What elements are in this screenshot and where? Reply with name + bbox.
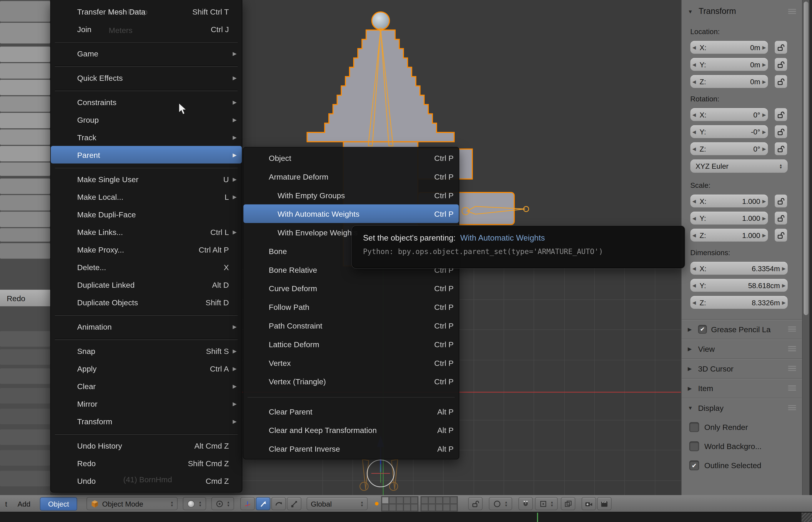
menu-item[interactable]: Duplicate Objects Shift D [51,293,242,311]
menu-item[interactable]: Snap Shift S ▶ [51,342,242,360]
panel-section-header[interactable]: ▶ View [682,339,802,359]
tool-shelf-button[interactable] [0,179,50,194]
dimensions-number-field[interactable]: ◀ Z: 8.3326m ▶ [690,295,788,309]
menu-item[interactable]: Make Single User U ▶ [51,170,242,188]
menu-item[interactable]: Quick Effects ▶ [51,69,242,86]
increment-arrow-icon[interactable]: ▶ [760,112,768,117]
panel-section-header[interactable]: ▶ Grease Pencil La [682,319,802,339]
panel-grip-icon[interactable] [788,385,796,391]
submenu-item[interactable]: Follow Path Ctrl P [244,298,459,316]
decrement-arrow-icon[interactable]: ◀ [690,112,698,117]
proportional-edit-dropdown[interactable]: ▲▼ [489,497,512,510]
panel-grip-icon[interactable] [788,326,796,332]
location-number-field[interactable]: ◀ Z: 0m ▶ [690,75,769,88]
menu-item[interactable]: Mirror ▶ [51,395,242,412]
layer-cell[interactable] [436,504,443,511]
scale-number-field[interactable]: ◀ Z: 1.000 ▶ [690,228,769,242]
lock-toggle-button[interactable] [774,228,788,242]
decrement-arrow-icon[interactable]: ◀ [690,215,698,221]
panel-grip-icon[interactable] [788,8,796,14]
menu-item[interactable]: Delete... X [51,258,242,276]
panel-scrollbar[interactable] [802,0,809,495]
menu-add[interactable]: Add [14,499,34,508]
transform-panel-header[interactable]: ▼ Transform [682,0,802,23]
menu-item[interactable]: Parent ▶ [51,146,242,163]
tool-shelf-button[interactable] [0,471,50,486]
tool-shelf-button[interactable] [0,80,50,95]
menu-item[interactable]: Undo History Alt Cmd Z [51,437,242,454]
layer-cell[interactable] [396,496,403,504]
menu-item[interactable]: Redo Shift Cmd Z [51,454,242,472]
increment-arrow-icon[interactable]: ▶ [760,233,768,238]
viewport-shading-dropdown[interactable]: ▲▼ [183,497,206,510]
increment-arrow-icon[interactable]: ▶ [760,62,768,67]
rotation-mode-dropdown[interactable]: XYZ Euler ▲▼ [690,159,788,173]
submenu-item[interactable]: Path Constraint Ctrl P [244,316,459,335]
panel-section-header[interactable]: ▶ Item [682,378,802,398]
layer-cell[interactable] [411,496,418,504]
menu-item[interactable] [51,430,242,437]
decrement-arrow-icon[interactable]: ◀ [690,79,698,84]
menu-item[interactable]: Constraints ▶ [51,93,242,111]
lock-toggle-button[interactable] [774,125,788,139]
increment-arrow-icon[interactable]: ▶ [760,129,768,134]
decrement-arrow-icon[interactable]: ◀ [690,129,698,134]
timeline-strip[interactable] [0,512,812,522]
tool-shelf-button[interactable] [0,243,50,259]
display-option-row[interactable]: Outline Selected [682,456,802,475]
layer-cell[interactable] [443,496,450,504]
increment-arrow-icon[interactable]: ▶ [760,45,768,50]
layer-cell[interactable] [403,504,410,511]
submenu-item[interactable]: With Automatic Weights Ctrl P [244,204,459,223]
menu-item[interactable]: Clear ▶ [51,377,242,395]
display-option-row[interactable]: Only Render [682,418,802,437]
layer-cell[interactable] [403,496,410,504]
increment-arrow-icon[interactable]: ▶ [780,283,788,288]
dimensions-number-field[interactable]: ◀ Y: 58.618cm ▶ [690,278,788,292]
tool-shelf-button[interactable] [0,1,50,22]
tool-shelf-button[interactable] [0,113,50,128]
layer-cell[interactable] [389,504,396,511]
menu-item[interactable]: Group ▶ [51,111,242,128]
submenu-item[interactable]: Clear Parent Inverse Alt P [244,439,459,458]
layer-cell[interactable] [428,504,436,511]
tool-shelf-button[interactable] [0,368,50,384]
decrement-arrow-icon[interactable]: ◀ [690,199,698,204]
layer-cell[interactable] [421,496,428,504]
menu-select-partial[interactable]: t [2,499,11,508]
layer-cell[interactable] [443,504,450,511]
layers-grid-2[interactable] [421,496,458,511]
layer-cell[interactable] [382,496,389,504]
tool-shelf-button[interactable] [0,195,50,210]
panel-section-header[interactable]: ▶ 3D Cursor [682,359,802,378]
layer-cell[interactable] [396,504,403,511]
menu-item[interactable]: Undo Cmd Z [51,472,242,489]
checkbox[interactable] [689,422,699,432]
tool-shelf-button[interactable] [0,212,50,227]
decrement-arrow-icon[interactable]: ◀ [690,45,698,50]
lock-toggle-button[interactable] [774,75,788,88]
increment-arrow-icon[interactable]: ▶ [760,146,768,151]
menu-item[interactable]: Join Ctrl J [51,20,242,38]
scale-number-field[interactable]: ◀ X: 1.000 ▶ [690,194,769,208]
menu-item[interactable]: Animation ▶ [51,318,242,335]
tool-shelf-button[interactable] [0,63,50,79]
tool-shelf-button[interactable] [0,228,50,242]
menu-item[interactable] [51,335,242,342]
menu-item[interactable]: Make Links... Ctrl L ▶ [51,223,242,241]
layer-cell[interactable] [382,504,389,511]
lock-toggle-button[interactable] [774,40,788,54]
submenu-item[interactable]: With Empty Groups Ctrl P [244,186,459,204]
scale-manipulator-button[interactable] [287,497,302,510]
manipulator-axes-button[interactable] [240,497,255,510]
increment-arrow-icon[interactable]: ▶ [760,199,768,204]
submenu-item[interactable]: Vertex Ctrl P [244,353,459,372]
lock-toggle-button[interactable] [774,57,788,71]
menu-item[interactable]: Transfer Mesh Data Shift Ctrl T [51,3,242,20]
section-checkbox[interactable] [698,325,707,334]
menu-item[interactable]: Make Local... L ▶ [51,188,242,205]
rotation-number-field[interactable]: ◀ Y: -0° ▶ [690,125,769,139]
submenu-item[interactable]: Lattice Deform Ctrl P [244,335,459,354]
scale-number-field[interactable]: ◀ Y: 1.000 ▶ [690,211,769,225]
decrement-arrow-icon[interactable]: ◀ [690,62,698,67]
